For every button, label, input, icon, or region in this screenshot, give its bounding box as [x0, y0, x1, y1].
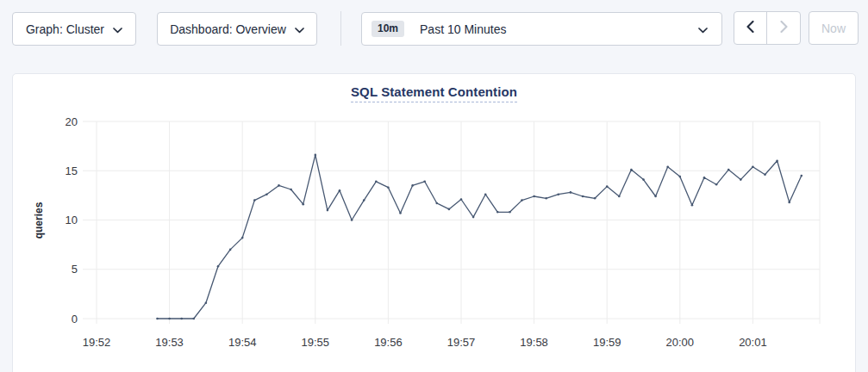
- series-point: [423, 181, 426, 183]
- series-point: [156, 318, 159, 320]
- series-point: [691, 204, 694, 207]
- dashboard-dropdown[interactable]: Dashboard: Overview: [157, 12, 317, 46]
- x-tick-label: 20:01: [739, 336, 767, 349]
- series-point: [618, 195, 621, 198]
- series-point: [217, 265, 220, 268]
- series-point: [302, 203, 304, 206]
- y-axis-label: queries: [33, 202, 45, 239]
- series-point: [521, 199, 523, 202]
- series-point: [399, 212, 402, 214]
- sql-contention-line-chart[interactable]: 0510152019:5219:5319:5419:5519:5619:5719…: [13, 74, 855, 360]
- series-point: [387, 186, 390, 189]
- series-point: [740, 178, 742, 181]
- series-point: [666, 165, 669, 168]
- dashboard-dropdown-label: Dashboard: Overview: [170, 22, 286, 36]
- next-time-button[interactable]: [767, 12, 800, 44]
- series-point: [375, 181, 378, 183]
- series-point: [460, 198, 463, 201]
- graph-dropdown-label: Graph: Cluster: [26, 22, 104, 36]
- chevron-left-icon: [746, 21, 754, 35]
- series-point: [253, 199, 256, 202]
- x-tick-label: 19:56: [374, 336, 403, 349]
- series-point: [801, 175, 803, 177]
- chart-card: SQL Statement Contention 0510152019:5219…: [12, 73, 856, 372]
- series-point: [327, 209, 329, 212]
- series-point: [411, 184, 414, 187]
- time-window-badge: 10m: [372, 21, 404, 37]
- y-tick-label: 15: [66, 164, 78, 177]
- series-point: [363, 199, 365, 202]
- time-range-label: Past 10 Minutes: [420, 22, 506, 36]
- y-tick-label: 10: [66, 214, 78, 226]
- series-point: [582, 195, 584, 198]
- series-point: [168, 318, 171, 320]
- series-point: [496, 211, 499, 214]
- series-point: [715, 183, 718, 186]
- y-tick-label: 0: [72, 313, 78, 326]
- series-point: [642, 178, 645, 181]
- series-point: [558, 193, 560, 195]
- series-point: [752, 165, 754, 168]
- series-point: [570, 191, 572, 194]
- chevron-right-icon: [780, 21, 788, 35]
- graph-dropdown[interactable]: Graph: Cluster: [12, 12, 136, 46]
- chevron-down-icon: [698, 22, 708, 36]
- now-button[interactable]: Now: [809, 11, 859, 45]
- series-point: [679, 176, 682, 178]
- series-point: [509, 211, 511, 214]
- series-point: [339, 189, 341, 192]
- series-point: [472, 216, 475, 219]
- series-point: [265, 193, 268, 195]
- series-point: [776, 160, 778, 163]
- toolbar-divider: [340, 11, 341, 46]
- now-button-label: Now: [821, 22, 846, 35]
- series-point: [533, 195, 535, 198]
- series-point: [654, 195, 657, 198]
- prev-time-button[interactable]: [734, 12, 767, 44]
- x-tick-label: 19:53: [155, 336, 184, 349]
- series-point: [229, 249, 232, 251]
- x-tick-label: 20:00: [666, 336, 695, 349]
- x-tick-label: 19:57: [447, 336, 476, 349]
- x-tick-label: 19:55: [302, 336, 330, 349]
- series-point: [351, 219, 353, 221]
- series-point: [484, 193, 487, 195]
- series-point: [630, 169, 633, 171]
- chevron-down-icon: [295, 22, 304, 36]
- series-point: [764, 174, 766, 177]
- chevron-down-icon: [113, 22, 122, 36]
- x-tick-label: 19:52: [83, 336, 111, 349]
- x-tick-label: 19:58: [520, 336, 548, 349]
- series-point: [436, 202, 439, 205]
- series-point: [448, 208, 451, 211]
- series-point: [180, 318, 183, 320]
- y-tick-label: 20: [66, 115, 78, 128]
- series-point: [241, 237, 244, 239]
- x-tick-label: 19:54: [228, 336, 257, 349]
- series-point: [594, 197, 596, 200]
- series-point: [788, 202, 790, 204]
- time-nav-group: [734, 11, 801, 45]
- series-point: [545, 197, 547, 200]
- series-point: [278, 184, 280, 187]
- series-line: [158, 155, 802, 319]
- series-point: [290, 189, 292, 191]
- series-point: [703, 177, 706, 179]
- series-point: [193, 318, 196, 320]
- series-point: [727, 169, 730, 171]
- time-range-selector[interactable]: 10m Past 10 Minutes: [361, 12, 722, 46]
- series-point: [205, 301, 208, 304]
- y-tick-label: 5: [72, 263, 78, 276]
- x-tick-label: 19:59: [593, 336, 621, 349]
- series-point: [606, 185, 609, 188]
- series-point: [315, 154, 317, 157]
